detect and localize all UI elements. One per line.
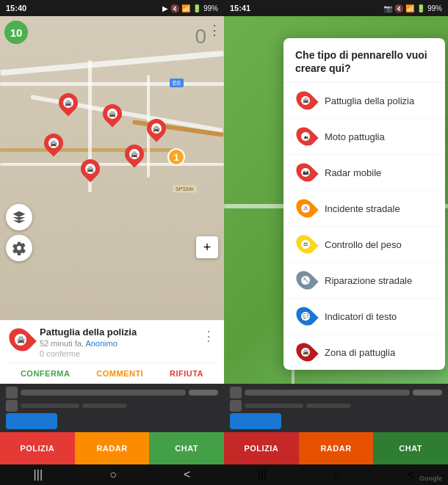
right-screen: 15:41 📷 🔇 📶 🔋 99% Che tipo di pennarello… xyxy=(224,0,448,485)
info-card-menu-button[interactable]: ⋮ xyxy=(200,327,217,346)
reject-button[interactable]: RIFIUTA xyxy=(164,366,209,381)
info-card-text: Pattuglia della polizia 52 minuti fa, An… xyxy=(40,327,195,358)
dialog-overlay: Che tipo di pennarello vuoi creare qui? … xyxy=(224,16,448,485)
marker-2[interactable]: 🚔 xyxy=(103,104,122,123)
radar-tab-left[interactable]: RADAR xyxy=(75,432,150,464)
map-right[interactable]: Che tipo di pennarello vuoi creare qui? … xyxy=(224,16,448,485)
map-badge: 10 xyxy=(4,21,28,44)
dialog-item-zone[interactable]: 🚔 Zona di pattuglia xyxy=(283,335,445,370)
accident-pin-icon: ⚠ xyxy=(295,198,316,219)
author-link[interactable]: Anonimo xyxy=(85,339,117,348)
text-pin-icon: 💬 xyxy=(295,306,316,327)
zoom-in-button[interactable]: + xyxy=(196,236,218,258)
chat-tab-left[interactable]: CHAT xyxy=(149,432,224,464)
road-5 xyxy=(0,163,224,166)
status-icons-right: 📷 🔇 📶 🔋 99% xyxy=(383,4,442,12)
map-counter: 0 xyxy=(195,25,206,48)
police-tab-left[interactable]: POLIZIA xyxy=(0,432,75,464)
marker-3[interactable]: 🚔 xyxy=(147,119,166,138)
left-screen: 15:40 ▶ 🔇 📶 🔋 99% E6 10 0 ⋮ xyxy=(0,0,224,485)
repair-label: Riparazione stradale xyxy=(325,275,412,286)
accident-label: Incidente stradale xyxy=(325,203,400,214)
repair-pin-icon: 🔧 xyxy=(295,270,316,291)
dialog-item-weight[interactable]: ⚖ Controllo del peso xyxy=(283,227,445,263)
nav-back-left[interactable]: < xyxy=(184,468,190,481)
marker-5[interactable]: 🚔 xyxy=(125,145,144,164)
dialog-header: Che tipo di pennarello vuoi creare qui? xyxy=(283,38,445,83)
info-card-title: Pattuglia della polizia xyxy=(40,327,195,338)
chat-text-2b xyxy=(82,404,126,408)
chat-text-1 xyxy=(21,390,186,395)
marker-4[interactable]: 🚔 xyxy=(44,134,63,153)
marker-1[interactable]: 🚔 xyxy=(59,93,78,112)
info-card-actions: CONFERMA COMMENTI RIFIUTA xyxy=(7,362,217,381)
weight-label: Controllo del peso xyxy=(325,239,402,250)
info-card-icon: 🚔 xyxy=(7,327,34,353)
info-card: 🚔 Pattuglia della polizia 52 minuti fa, … xyxy=(0,320,224,384)
radar-label: Radar mobile xyxy=(325,167,381,178)
dialog-item-moto[interactable]: 🏍 Moto pattuglia xyxy=(283,119,445,155)
time-right: 15:41 xyxy=(230,4,250,12)
moto-label: Moto pattuglia xyxy=(325,131,385,142)
police-label: Pattuglia della polizia xyxy=(325,95,414,106)
chat-avatar-1 xyxy=(6,387,18,398)
map-left[interactable]: E6 10 0 ⋮ 🚔 🚔 🚔 🚔 🚔 🚔 1 xyxy=(0,16,224,320)
chat-row-2 xyxy=(6,400,218,412)
nav-home-bar-left: ||| ○ < xyxy=(0,464,224,485)
police-pin-large: 🚔 xyxy=(4,324,37,356)
status-bar-right: 15:41 📷 🔇 📶 🔋 99% xyxy=(224,0,448,16)
dialog-item-text[interactable]: 💬 Indicatori di testo xyxy=(283,299,445,335)
map-menu-button[interactable]: ⋮ xyxy=(208,22,221,38)
dialog-item-police[interactable]: 🚔 Pattuglia della polizia xyxy=(283,83,445,119)
map-controls xyxy=(6,204,32,261)
chat-text-2 xyxy=(21,404,79,408)
text-label: Indicatori di testo xyxy=(325,311,397,322)
road-2 xyxy=(0,82,224,86)
moto-pin-icon: 🏍 xyxy=(295,126,316,147)
dialog-item-repair[interactable]: 🔧 Riparazione stradale xyxy=(283,263,445,299)
chat-avatar-2 xyxy=(6,400,18,412)
time-left: 15:40 xyxy=(6,4,26,12)
chat-text-1b xyxy=(189,390,218,395)
marker-type-dialog: Che tipo di pennarello vuoi creare qui? … xyxy=(283,38,445,370)
bottom-nav-left: POLIZIA RADAR CHAT xyxy=(0,432,224,464)
comments-button[interactable]: COMMENTI xyxy=(90,366,149,381)
zone-label: Zona di pattuglia xyxy=(325,347,395,358)
dialog-item-radar[interactable]: 📷 Radar mobile xyxy=(283,155,445,191)
confirm-count: 0 conferme xyxy=(40,349,195,358)
layers-button[interactable] xyxy=(6,204,32,230)
radar-pin-icon: 📷 xyxy=(295,162,316,183)
police-pin-icon: 🚔 xyxy=(295,90,316,111)
road-sign: SP32dir xyxy=(173,185,197,193)
chat-row-1 xyxy=(6,387,218,398)
chat-strip-left xyxy=(0,384,224,432)
status-bar-left: 15:40 ▶ 🔇 📶 🔋 99% xyxy=(0,0,224,16)
chat-send-button[interactable] xyxy=(6,413,57,429)
dialog-title: Che tipo di pennarello vuoi creare qui? xyxy=(295,48,433,75)
dialog-item-accident[interactable]: ⚠ Incidente stradale xyxy=(283,191,445,227)
nav-home-left[interactable]: ○ xyxy=(109,468,117,481)
info-card-header: 🚔 Pattuglia della polizia 52 minuti fa, … xyxy=(7,327,217,358)
nav-menu-left[interactable]: ||| xyxy=(34,468,43,481)
settings-button[interactable] xyxy=(6,235,32,261)
confirm-button[interactable]: CONFERMA xyxy=(15,366,76,381)
weight-pin-icon: ⚖ xyxy=(295,234,316,255)
zone-pin-icon: 🚔 xyxy=(295,342,316,362)
status-icons-left: ▶ 🔇 📶 🔋 99% xyxy=(162,4,218,12)
info-card-subtitle: 52 minuti fa, Anonimo xyxy=(40,339,195,348)
highway-sign: E6 xyxy=(170,79,184,87)
marker-6[interactable]: 🚔 xyxy=(81,159,100,178)
